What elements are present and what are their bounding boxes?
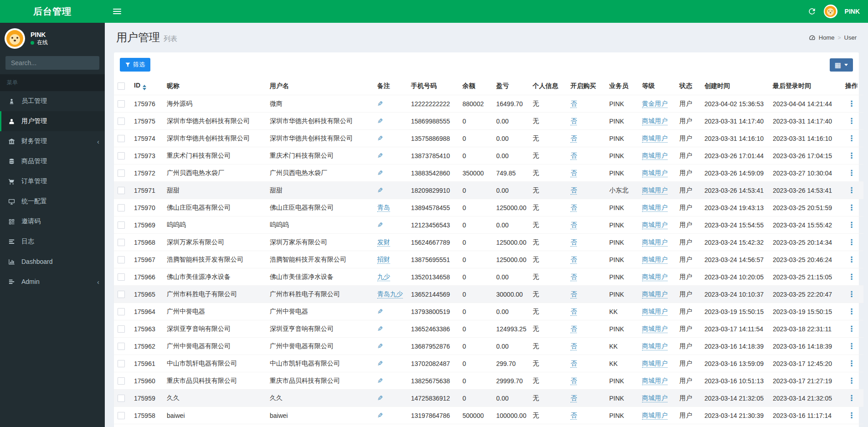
open-buy-link[interactable]: 否 <box>570 360 577 368</box>
select-all-checkbox[interactable] <box>118 82 125 90</box>
sidebar-item-goods[interactable]: 商品管理 <box>0 151 105 171</box>
open-buy-link[interactable]: 否 <box>570 204 577 212</box>
row-actions-icon[interactable]: ⋮ <box>848 411 856 420</box>
remark-link[interactable]: 九少 <box>377 273 390 281</box>
row-actions-icon[interactable]: ⋮ <box>848 376 856 385</box>
level-link[interactable]: 商城用户 <box>642 325 668 333</box>
edit-remark-icon[interactable]: ✎ <box>377 325 383 333</box>
row-checkbox[interactable] <box>118 395 125 402</box>
remark-link[interactable]: 青岛九少 <box>377 290 403 298</box>
level-link[interactable]: 商城用户 <box>642 204 668 212</box>
row-checkbox[interactable] <box>118 221 125 229</box>
open-buy-link[interactable]: 否 <box>570 377 577 385</box>
level-link[interactable]: 商城用户 <box>642 290 668 298</box>
edit-remark-icon[interactable]: ✎ <box>377 186 383 195</box>
hamburger-menu-icon[interactable] <box>113 9 121 14</box>
edit-remark-icon[interactable]: ✎ <box>377 360 383 368</box>
row-checkbox[interactable] <box>118 343 125 350</box>
open-buy-link[interactable]: 否 <box>570 394 577 402</box>
open-buy-link[interactable]: 否 <box>570 342 577 350</box>
row-checkbox[interactable] <box>118 135 125 142</box>
open-buy-link[interactable]: 否 <box>570 256 577 264</box>
open-buy-link[interactable]: 否 <box>570 221 577 229</box>
row-actions-icon[interactable]: ⋮ <box>848 134 856 143</box>
level-link[interactable]: 商城用户 <box>642 186 668 195</box>
row-actions-icon[interactable]: ⋮ <box>848 117 856 125</box>
open-buy-link[interactable]: 否 <box>570 152 577 160</box>
level-link[interactable]: 商城用户 <box>642 273 668 281</box>
level-link[interactable]: 黄金用户 <box>642 100 668 108</box>
edit-remark-icon[interactable]: ✎ <box>377 117 383 125</box>
remark-link[interactable]: 发财 <box>377 238 390 247</box>
open-buy-link[interactable]: 否 <box>570 290 577 298</box>
sidebar-item-logs[interactable]: 日志 <box>0 232 105 252</box>
sidebar-item-config[interactable]: 统一配置 <box>0 191 105 211</box>
row-actions-icon[interactable]: ⋮ <box>848 307 856 316</box>
open-buy-link[interactable]: 否 <box>570 117 577 125</box>
edit-remark-icon[interactable]: ✎ <box>377 394 383 402</box>
level-link[interactable]: 商城用户 <box>642 377 668 385</box>
edit-remark-icon[interactable]: ✎ <box>377 342 383 350</box>
sidebar-item-staff[interactable]: 员工管理 <box>0 91 105 111</box>
row-actions-icon[interactable]: ⋮ <box>848 324 856 333</box>
sidebar-item-dashboard[interactable]: Dashboard <box>0 252 105 272</box>
row-actions-icon[interactable]: ⋮ <box>848 169 856 177</box>
level-link[interactable]: 商城用户 <box>642 412 668 420</box>
row-actions-icon[interactable]: ⋮ <box>848 221 856 229</box>
row-checkbox[interactable] <box>118 239 125 246</box>
sidebar-item-finance[interactable]: 财务管理‹ <box>0 131 105 151</box>
level-link[interactable]: 商城用户 <box>642 342 668 350</box>
column-selector-button[interactable]: ▦ <box>830 58 853 72</box>
row-checkbox[interactable] <box>118 377 125 385</box>
refresh-icon[interactable] <box>807 7 817 16</box>
row-checkbox[interactable] <box>118 187 125 194</box>
open-buy-link[interactable]: 否 <box>570 186 577 195</box>
level-link[interactable]: 商城用户 <box>642 394 668 402</box>
open-buy-link[interactable]: 否 <box>570 169 577 177</box>
level-link[interactable]: 商城用户 <box>642 134 668 143</box>
topbar-username[interactable]: PINK <box>845 8 860 15</box>
filter-button[interactable]: 筛选 <box>120 58 150 72</box>
row-actions-icon[interactable]: ⋮ <box>848 290 856 298</box>
open-buy-link[interactable]: 否 <box>570 308 577 316</box>
remark-link[interactable]: 青岛 <box>377 204 390 212</box>
breadcrumb-home[interactable]: Home <box>819 34 835 41</box>
level-link[interactable]: 商城用户 <box>642 360 668 368</box>
row-checkbox[interactable] <box>118 291 125 298</box>
row-actions-icon[interactable]: ⋮ <box>848 99 856 108</box>
row-actions-icon[interactable]: ⋮ <box>848 238 856 247</box>
level-link[interactable]: 商城用户 <box>642 117 668 125</box>
edit-remark-icon[interactable]: ✎ <box>377 134 383 143</box>
row-checkbox[interactable] <box>118 118 125 125</box>
row-actions-icon[interactable]: ⋮ <box>848 203 856 212</box>
row-actions-icon[interactable]: ⋮ <box>848 359 856 368</box>
row-checkbox[interactable] <box>118 152 125 159</box>
level-link[interactable]: 商城用户 <box>642 152 668 160</box>
row-actions-icon[interactable]: ⋮ <box>848 273 856 281</box>
level-link[interactable]: 商城用户 <box>642 256 668 264</box>
open-buy-link[interactable]: 否 <box>570 412 577 420</box>
row-checkbox[interactable] <box>118 412 125 419</box>
edit-remark-icon[interactable]: ✎ <box>377 152 383 160</box>
topbar-avatar[interactable] <box>824 5 837 18</box>
sidebar-item-users[interactable]: 用户管理 <box>0 111 105 131</box>
column-header-id[interactable]: ID <box>130 77 163 95</box>
open-buy-link[interactable]: 否 <box>570 134 577 143</box>
open-buy-link[interactable]: 否 <box>570 100 577 108</box>
open-buy-link[interactable]: 否 <box>570 273 577 281</box>
row-checkbox[interactable] <box>118 273 125 281</box>
row-checkbox[interactable] <box>118 256 125 263</box>
sidebar-item-admin[interactable]: Admin‹ <box>0 272 105 292</box>
level-link[interactable]: 商城用户 <box>642 308 668 316</box>
row-actions-icon[interactable]: ⋮ <box>848 151 856 160</box>
search-input[interactable] <box>5 56 99 70</box>
row-actions-icon[interactable]: ⋮ <box>848 186 856 195</box>
row-checkbox[interactable] <box>118 325 125 333</box>
edit-remark-icon[interactable]: ✎ <box>377 412 383 420</box>
row-checkbox[interactable] <box>118 360 125 367</box>
search-button[interactable] <box>99 56 99 70</box>
row-checkbox[interactable] <box>118 100 125 108</box>
level-link[interactable]: 商城用户 <box>642 238 668 247</box>
edit-remark-icon[interactable]: ✎ <box>377 308 383 316</box>
sidebar-item-invite[interactable]: 邀请码 <box>0 211 105 232</box>
